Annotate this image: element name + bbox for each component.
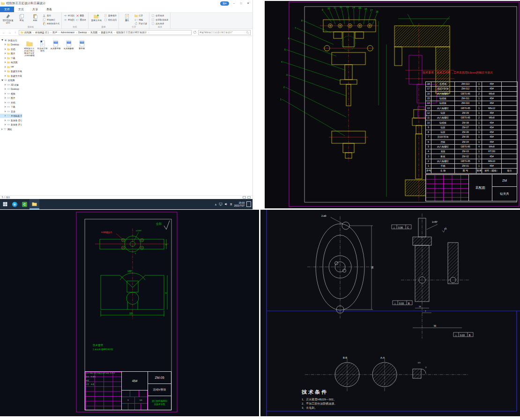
sidebar-item[interactable]: 新加卷 (D:) xyxy=(0,118,22,123)
part-no: 12 xyxy=(426,111,431,115)
sidebar-item[interactable]: 下载 xyxy=(0,56,22,60)
part-no: 14 xyxy=(426,101,431,106)
file-item-dwg-1[interactable]: 夹具零件图 xyxy=(50,40,61,50)
breadcrumb-segment[interactable]: 此电脑 xyxy=(24,31,35,34)
move-to-button[interactable]: 移动到 xyxy=(64,14,74,17)
invert-selection-icon xyxy=(151,22,155,25)
breadcrumb[interactable]: 此电脑本地磁盘 (C:)用户AdministratorDesktop夹具图新建文… xyxy=(19,30,192,35)
select-all-button[interactable]: 全部选择 xyxy=(151,14,168,17)
part-name: 内六角螺钉 xyxy=(431,106,455,111)
select-none-button[interactable]: 全部取消选择 xyxy=(151,18,168,22)
network-tray-icon[interactable] xyxy=(219,202,223,206)
close-button[interactable]: ✕ xyxy=(245,0,252,7)
new-item-button[interactable]: 新建项目 xyxy=(104,14,117,17)
part-code: GB70-85 xyxy=(455,159,476,163)
sidebar-item[interactable]: 夹具图 xyxy=(0,60,22,65)
start-button[interactable] xyxy=(0,199,10,209)
copy-to-icon xyxy=(64,18,67,22)
new-folder-button[interactable]: 新建文件夹 xyxy=(90,14,103,22)
edit-button[interactable]: 编辑 xyxy=(134,18,147,22)
easy-access-button[interactable]: 轻松访问 xyxy=(104,18,117,22)
parts-table-row: 6 挡板 ZM-04 1 45# xyxy=(426,140,518,144)
breadcrumb-segment[interactable]: Administrator xyxy=(61,31,78,34)
tab-home[interactable]: 主页 xyxy=(14,7,28,12)
svg-text:9: 9 xyxy=(322,8,323,11)
select-all-icon xyxy=(151,14,155,17)
sidebar-item[interactable]: Desktop xyxy=(0,43,22,47)
back-button[interactable]: ← xyxy=(2,31,6,34)
svg-text:5: 5 xyxy=(284,48,286,51)
chevron-right-icon xyxy=(5,97,6,99)
file-item-dwg-3[interactable]: 零件图 xyxy=(76,40,87,50)
svg-text:96: 96 xyxy=(371,266,374,269)
copy-button[interactable]: 复制 xyxy=(15,14,28,22)
history-button[interactable]: 历史记录 xyxy=(134,22,147,25)
taskbar-browser-button[interactable]: e xyxy=(10,199,20,209)
cut-button[interactable]: 剪切 xyxy=(43,14,59,17)
paste-button[interactable]: 粘贴 xyxy=(29,14,41,22)
sidebar-item[interactable]: 文档 xyxy=(0,100,22,105)
rename-button[interactable]: 重命名 xyxy=(76,18,87,22)
sidebar-item[interactable]: 新建文件夹 (2) xyxy=(0,74,22,78)
titlebar-badge[interactable]: 预览 xyxy=(220,1,229,6)
parts-table-row: 15 钻模板 ZM-011 1 45# xyxy=(426,96,518,101)
delete-button[interactable]: 删除 xyxy=(76,14,87,17)
sidebar-item[interactable]: 下载 xyxy=(0,105,22,110)
paste-shortcut-button[interactable]: 粘贴快捷方式 xyxy=(43,22,59,25)
sidebar-item[interactable]: 新建文件夹 xyxy=(0,69,22,74)
sidebar-item[interactable]: 新加卷 (F:) xyxy=(0,123,22,127)
sidebar-item[interactable]: 音乐 xyxy=(0,109,22,114)
taskbar-clock[interactable]: 15:03 2021/7/27 xyxy=(234,201,245,207)
file-item-doc[interactable]: 毕业设计说明书 xyxy=(37,40,48,52)
copy-path-button[interactable]: 复制路径 xyxy=(43,18,59,22)
search-input[interactable] xyxy=(200,31,246,34)
tab-file[interactable]: 文件 xyxy=(0,7,14,12)
minimize-button[interactable]: – xyxy=(230,0,238,7)
breadcrumb-segment[interactable]: 新建文件夹 xyxy=(101,31,117,34)
part-code: GB70-85 xyxy=(455,116,476,120)
breadcrumb-segment[interactable]: 用户 xyxy=(52,31,61,34)
tray-chevron-icon[interactable]: ∧ xyxy=(215,203,216,206)
view-thumbnail-icon[interactable] xyxy=(247,196,251,199)
sidebar-item[interactable]: 3D 对象 xyxy=(0,82,22,87)
tab-view[interactable]: 查看 xyxy=(42,7,56,12)
this-pc-header[interactable]: 此电脑 xyxy=(0,78,22,83)
copy-to-button[interactable]: 复制到 xyxy=(64,18,74,22)
part-code: GB70-85 xyxy=(455,91,476,96)
breadcrumb-segment[interactable]: 本地磁盘 (C:) xyxy=(35,31,52,34)
taskbar-cad-app-button[interactable]: C xyxy=(20,199,30,209)
file-item-dwg-2[interactable]: 夹具装配图 xyxy=(63,40,74,50)
tab-share[interactable]: 共享 xyxy=(28,7,42,12)
sidebar-item[interactable]: var xyxy=(0,65,22,69)
file-item-folder[interactable]: 镗削加工工艺设计和工装设计论文+DWG图纸 xyxy=(24,40,35,57)
invert-selection-button[interactable]: 反向选择 xyxy=(151,22,168,25)
breadcrumb-segment[interactable]: 镗削加工工艺设计和工装设计 xyxy=(116,31,150,34)
properties-button[interactable]: 属性 xyxy=(121,14,133,22)
sidebar-item[interactable]: 本地磁盘 (C:) xyxy=(0,114,22,118)
part-no: 15 xyxy=(426,96,431,101)
network-header[interactable]: 网络 xyxy=(0,127,22,132)
view-list-icon[interactable] xyxy=(243,196,246,199)
sidebar-item[interactable]: 视频 xyxy=(0,91,22,96)
open-button[interactable]: 打开 xyxy=(134,14,147,17)
pin-quick-access-button[interactable]: 固定到快速访问 xyxy=(2,14,14,24)
sidebar-item[interactable]: 文档 xyxy=(0,47,22,52)
svg-text:13: 13 xyxy=(346,6,349,8)
breadcrumb-segment[interactable]: Desktop xyxy=(78,31,90,34)
volume-icon[interactable] xyxy=(224,202,228,206)
sidebar-item[interactable]: 图片 xyxy=(0,96,22,101)
quick-access-header[interactable]: 快速访问 xyxy=(0,38,22,43)
sidebar-item[interactable]: 图片 xyxy=(0,52,22,56)
action-center-icon[interactable] xyxy=(246,201,251,207)
breadcrumb-segment[interactable]: 夹具图 xyxy=(90,31,101,34)
up-button[interactable]: ↑ xyxy=(13,31,17,34)
input-indicator[interactable]: 英 xyxy=(230,203,232,206)
svg-text:14: 14 xyxy=(352,6,355,9)
sidebar-item[interactable]: Desktop xyxy=(0,87,22,92)
ribbon-group-open: 属性 打开 编辑 历史记录 打开 xyxy=(119,13,149,29)
maximize-button[interactable]: □ xyxy=(238,0,245,7)
taskbar-explorer-button[interactable] xyxy=(30,199,39,209)
forward-button[interactable]: → xyxy=(7,31,12,34)
part-qty: 1 xyxy=(476,164,482,169)
refresh-icon[interactable] xyxy=(193,30,197,34)
